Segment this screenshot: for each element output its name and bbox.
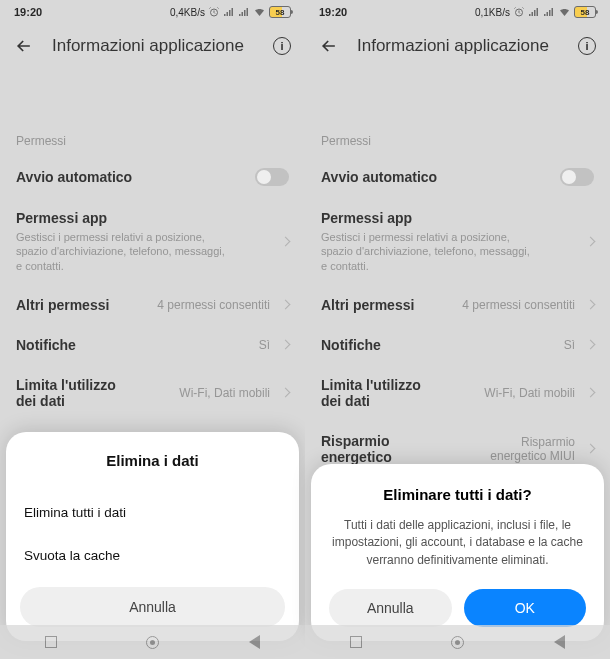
dialog-title: Eliminare tutti i dati?: [329, 486, 586, 503]
back-icon[interactable]: [14, 36, 34, 56]
back-nav-icon[interactable]: [249, 635, 260, 649]
wifi-icon: [558, 6, 571, 18]
signal-icon-2: [238, 6, 250, 18]
sheet-option-clear-data[interactable]: Elimina tutti i dati: [20, 491, 285, 534]
phone-left: 19:20 0,4KB/s 58 Informazioni applicazio…: [0, 0, 305, 659]
signal-icon-2: [543, 6, 555, 18]
chevron-right-icon: [586, 444, 596, 454]
row-notifications[interactable]: Notifiche Sì: [305, 325, 610, 365]
row-value: 4 permessi consentiti: [462, 298, 575, 312]
page-title: Informazioni applicazione: [52, 36, 255, 56]
status-time: 19:20: [319, 6, 347, 18]
row-autostart[interactable]: Avvio automatico: [305, 156, 610, 198]
row-data-usage[interactable]: Limita l'utilizzo dei dati Wi-Fi, Dati m…: [305, 365, 610, 421]
row-app-permissions[interactable]: Permessi app Gestisci i permessi relativ…: [0, 198, 305, 285]
bottom-sheet: Elimina i dati Elimina tutti i dati Svuo…: [6, 432, 299, 641]
chevron-right-icon: [281, 236, 291, 246]
chevron-right-icon: [586, 236, 596, 246]
recents-icon[interactable]: [45, 636, 57, 648]
signal-icon: [528, 6, 540, 18]
cancel-button[interactable]: Annulla: [329, 589, 452, 627]
toggle-off[interactable]: [560, 168, 594, 186]
info-icon[interactable]: i: [273, 37, 291, 55]
info-icon[interactable]: i: [578, 37, 596, 55]
dialog-body: Tutti i dati delle applicazioni, inclusi…: [329, 517, 586, 569]
row-value: Wi-Fi, Dati mobili: [179, 386, 270, 400]
confirm-dialog: Eliminare tutti i dati? Tutti i dati del…: [311, 464, 604, 641]
home-icon[interactable]: [146, 636, 159, 649]
page-title: Informazioni applicazione: [357, 36, 560, 56]
row-value: Wi-Fi, Dati mobili: [484, 386, 575, 400]
row-value: 4 permessi consentiti: [157, 298, 270, 312]
row-other-permissions[interactable]: Altri permessi 4 permessi consentiti: [305, 285, 610, 325]
status-net: 0,1KB/s: [475, 7, 510, 18]
row-other-permissions[interactable]: Altri permessi 4 permessi consentiti: [0, 285, 305, 325]
row-title: Altri permessi: [16, 297, 147, 313]
row-title: Permessi app: [16, 210, 270, 226]
status-icons: 0,1KB/s 58: [475, 6, 596, 18]
app-bar: Informazioni applicazione i: [0, 24, 305, 74]
status-bar: 19:20 0,4KB/s 58: [0, 0, 305, 24]
ok-button[interactable]: OK: [464, 589, 587, 627]
nav-bar: [0, 625, 305, 659]
cancel-button[interactable]: Annulla: [20, 587, 285, 627]
wifi-icon: [253, 6, 266, 18]
row-value: Risparmio energetico MIUI: [465, 435, 575, 463]
row-title: Avvio automatico: [321, 169, 550, 185]
battery-icon: 58: [269, 6, 291, 18]
home-icon[interactable]: [451, 636, 464, 649]
toggle-off[interactable]: [255, 168, 289, 186]
row-notifications[interactable]: Notifiche Sì: [0, 325, 305, 365]
section-label: Permessi: [0, 74, 305, 156]
row-value: Sì: [564, 338, 575, 352]
row-subtitle: Gestisci i permessi relativi a posizione…: [16, 230, 226, 273]
row-app-permissions[interactable]: Permessi app Gestisci i permessi relativ…: [305, 198, 610, 285]
row-title: Limita l'utilizzo dei dati: [16, 377, 136, 409]
row-title: Risparmio energetico: [321, 433, 455, 465]
row-title: Notifiche: [16, 337, 249, 353]
chevron-right-icon: [281, 340, 291, 350]
battery-icon: 58: [574, 6, 596, 18]
sheet-title: Elimina i dati: [20, 452, 285, 469]
back-icon[interactable]: [319, 36, 339, 56]
chevron-right-icon: [586, 388, 596, 398]
recents-icon[interactable]: [350, 636, 362, 648]
phone-right: 19:20 0,1KB/s 58 Informazioni applicazio…: [305, 0, 610, 659]
row-data-usage[interactable]: Limita l'utilizzo dei dati Wi-Fi, Dati m…: [0, 365, 305, 421]
back-nav-icon[interactable]: [554, 635, 565, 649]
alarm-icon: [513, 6, 525, 18]
nav-bar: [305, 625, 610, 659]
chevron-right-icon: [586, 340, 596, 350]
row-title: Altri permessi: [321, 297, 452, 313]
signal-icon: [223, 6, 235, 18]
row-title: Notifiche: [321, 337, 554, 353]
row-title: Limita l'utilizzo dei dati: [321, 377, 441, 409]
status-time: 19:20: [14, 6, 42, 18]
section-label: Permessi: [305, 74, 610, 156]
status-icons: 0,4KB/s 58: [170, 6, 291, 18]
row-value: Sì: [259, 338, 270, 352]
status-net: 0,4KB/s: [170, 7, 205, 18]
chevron-right-icon: [586, 300, 596, 310]
row-autostart[interactable]: Avvio automatico: [0, 156, 305, 198]
alarm-icon: [208, 6, 220, 18]
sheet-option-clear-cache[interactable]: Svuota la cache: [20, 534, 285, 577]
chevron-right-icon: [281, 300, 291, 310]
row-title: Permessi app: [321, 210, 575, 226]
row-title: Avvio automatico: [16, 169, 245, 185]
row-subtitle: Gestisci i permessi relativi a posizione…: [321, 230, 531, 273]
status-bar: 19:20 0,1KB/s 58: [305, 0, 610, 24]
app-bar: Informazioni applicazione i: [305, 24, 610, 74]
chevron-right-icon: [281, 388, 291, 398]
